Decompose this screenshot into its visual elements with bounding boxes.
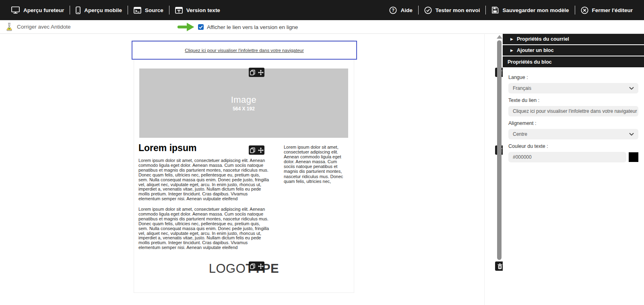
section-email-properties[interactable]: ▶ Propriétés du courriel	[503, 34, 644, 44]
text-color-swatch[interactable]	[629, 152, 638, 162]
chevron-right-icon: ▶	[510, 48, 513, 52]
browser-preview-button[interactable]: Aperçu fureteur	[6, 0, 70, 20]
text-color-value: #000000	[513, 154, 532, 160]
check-circle-icon	[424, 6, 432, 14]
help-circle-icon: ?	[389, 6, 397, 14]
link-text-value: Cliquez ici pour visualiser l'infolettre…	[513, 108, 637, 114]
email-side-column[interactable]: Lorem ipsum dolor sit amet, consectetuer…	[284, 145, 345, 184]
save-template-label: Sauvegarder mon modèle	[502, 7, 569, 13]
language-select[interactable]: Français	[508, 83, 638, 93]
desktop-icon	[11, 6, 20, 14]
logo-light-text: LOGO	[209, 261, 246, 276]
section-block-properties[interactable]: Propriétés du bloc	[503, 56, 644, 67]
text-color-label: Couleur du texte :	[508, 143, 638, 149]
language-value: Français	[513, 85, 531, 91]
source-button[interactable]: Source	[128, 0, 169, 20]
online-version-checkbox[interactable]	[198, 24, 204, 30]
toolbar-left-group: Aperçu fureteur Aperçu mobile Source Ver…	[6, 0, 226, 20]
green-arrow-annotation	[177, 22, 195, 32]
duplicate-icon[interactable]	[250, 70, 255, 75]
block-properties-form: Langue : Français Texte du lien : Clique…	[503, 68, 644, 162]
duplicate-icon[interactable]	[250, 147, 255, 153]
mobile-preview-button[interactable]: Aperçu mobile	[70, 0, 128, 20]
email-heading[interactable]: Lorem ipsum	[138, 143, 196, 154]
duplicate-icon[interactable]	[250, 264, 255, 269]
section-add-block-label: Ajouter un bloc	[517, 48, 554, 53]
image-placeholder[interactable]: Image 564 X 192	[139, 68, 348, 138]
text-color-row: #000000	[508, 152, 638, 162]
antidote-button[interactable]: Corriger avec Antidote	[0, 23, 71, 31]
block1-controls	[249, 68, 264, 77]
logo-block[interactable]: LOGOTYPE	[134, 261, 354, 276]
source-window-icon	[134, 7, 141, 14]
section-block-properties-label: Propriétés du bloc	[508, 59, 552, 65]
scrollbar-up-arrow[interactable]	[497, 35, 502, 39]
move-icon[interactable]	[258, 147, 264, 153]
chevron-down-icon	[629, 87, 634, 90]
online-version-link[interactable]: Cliquez ici pour visualiser l'infolettre…	[185, 48, 304, 53]
sub-toolbar: Corriger avec Antidote Afficher le lien …	[0, 20, 644, 34]
block3-controls	[249, 261, 264, 271]
alignment-label: Alignement :	[508, 120, 638, 126]
email-preview: Cliquez ici pour visualiser l'infolettre…	[134, 40, 354, 293]
test-send-label: Tester mon envoi	[436, 7, 480, 13]
online-version-link-block[interactable]: Cliquez ici pour visualiser l'infolettre…	[132, 41, 357, 60]
mobile-icon	[76, 6, 80, 14]
email-paragraph-1[interactable]: Lorem ipsum dolor sit amet, consectetuer…	[138, 158, 269, 201]
close-editor-label: Fermer l'éditeur	[592, 7, 633, 13]
online-version-label: Afficher le lien vers la version en lign…	[207, 24, 298, 30]
move-icon[interactable]	[258, 264, 264, 269]
help-label: Aide	[400, 7, 412, 13]
section-add-block[interactable]: ▶ Ajouter un bloc	[503, 45, 644, 56]
trash-icon	[497, 264, 502, 269]
browser-preview-label: Aperçu fureteur	[23, 7, 64, 13]
source-label: Source	[145, 7, 163, 13]
toolbar-right-group: ? Aide Tester mon envoi Sauvegarder mon …	[384, 0, 638, 20]
text-version-label: Version texte	[186, 7, 220, 13]
email-paragraph-2[interactable]: Lorem ipsum dolor sit amet, consectetuer…	[138, 207, 269, 250]
link-text-input[interactable]: Cliquez ici pour visualiser l'infolettre…	[508, 106, 638, 116]
chevron-down-icon	[629, 133, 634, 136]
antidote-label: Corriger avec Antidote	[17, 24, 71, 30]
text-version-button[interactable]: Version texte	[169, 0, 226, 20]
scrollbar-thumb[interactable]	[497, 40, 502, 260]
text-version-icon	[175, 7, 183, 14]
image-placeholder-dimensions: 564 X 192	[233, 106, 255, 112]
language-label: Langue :	[508, 75, 638, 80]
link-text-label: Texte du lien :	[508, 98, 638, 103]
alignment-value: Centre	[513, 131, 527, 137]
antidote-flask-icon	[6, 23, 13, 31]
save-template-button[interactable]: Sauvegarder mon modèle	[486, 0, 574, 20]
text-color-input[interactable]: #000000	[508, 152, 626, 162]
close-editor-button[interactable]: Fermer l'éditeur	[575, 0, 639, 20]
online-version-toggle: Afficher le lien vers la version en lign…	[177, 20, 298, 34]
svg-text:?: ?	[392, 8, 395, 12]
floppy-icon	[491, 6, 499, 14]
checkmark-icon	[199, 25, 203, 29]
email-canvas-area: Cliquez ici pour visualiser l'infolettre…	[0, 34, 485, 305]
test-send-button[interactable]: Tester mon envoi	[419, 0, 486, 20]
properties-panel: ▶ Propriétés du courriel ▶ Ajouter un bl…	[503, 34, 644, 305]
section-email-properties-label: Propriétés du courriel	[517, 36, 569, 42]
alignment-select[interactable]: Centre	[508, 129, 638, 139]
chevron-right-icon: ▶	[510, 37, 513, 41]
top-toolbar: Aperçu fureteur Aperçu mobile Source Ver…	[0, 0, 644, 20]
help-button[interactable]: ? Aide	[384, 0, 418, 20]
block2-controls	[249, 145, 264, 155]
move-icon[interactable]	[258, 70, 264, 75]
mobile-preview-label: Aperçu mobile	[84, 7, 122, 13]
image-placeholder-title: Image	[231, 95, 257, 105]
close-circle-icon	[581, 6, 588, 14]
